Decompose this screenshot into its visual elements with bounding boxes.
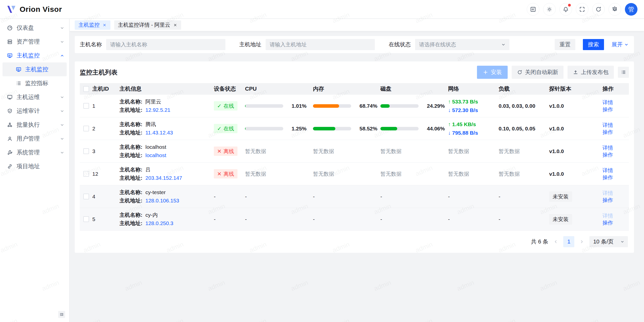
sidebar-item-label: 项目地址	[17, 162, 65, 170]
close-icon	[102, 23, 107, 27]
action-link[interactable]: 操作	[602, 106, 613, 112]
detail-link[interactable]: 详情	[602, 167, 613, 173]
reset-button[interactable]: 重置	[555, 39, 575, 50]
row-operations: 详情操作	[602, 99, 629, 113]
sidebar-item-6[interactable]: 用户管理	[0, 132, 69, 146]
page-1-button[interactable]: 1	[563, 236, 574, 247]
agent-version-badge: 未安装	[549, 191, 572, 202]
host-address-link[interactable]: 12.92.5.21	[145, 107, 170, 113]
host-address-link[interactable]: localhost	[145, 152, 166, 158]
network-empty: 暂无数据	[448, 148, 469, 154]
sidebar-item-4[interactable]: 运维审计	[0, 104, 69, 118]
row-checkbox[interactable]	[83, 171, 89, 177]
filter-actions: 重置 搜索 展开	[555, 39, 629, 50]
host-address-link[interactable]: 203.34.152.147	[145, 175, 182, 181]
sidebar-item-5[interactable]: 批量执行	[0, 118, 69, 132]
sidebar-item-label: 系统管理	[17, 149, 60, 156]
theme-toggle-button[interactable]	[543, 3, 556, 16]
detail-link[interactable]: 详情	[602, 145, 613, 151]
notifications-button[interactable]	[559, 3, 572, 16]
sidebar-item-7[interactable]: 系统管理	[0, 146, 69, 159]
settings-button[interactable]	[609, 3, 621, 16]
action-link[interactable]: 操作	[602, 197, 613, 203]
header-actions: 管	[527, 3, 637, 16]
page-size-select[interactable]: 10 条/页	[589, 236, 628, 247]
action-link[interactable]: 操作	[602, 152, 613, 158]
row-checkbox[interactable]	[83, 126, 89, 131]
host-info: 主机名称:吕主机地址:203.34.152.147	[119, 165, 214, 183]
sidebar-subitem-0[interactable]: 主机监控	[3, 62, 67, 76]
close-tab-icon[interactable]	[102, 23, 107, 27]
install-button[interactable]: 安装	[477, 66, 508, 79]
auto-refresh-button[interactable]: 关闭自动刷新	[512, 66, 564, 79]
prev-page-button[interactable]	[553, 239, 558, 244]
action-link[interactable]: 操作	[602, 174, 613, 180]
row-checkbox[interactable]	[83, 148, 89, 154]
load-average: 暂无数据	[499, 148, 549, 155]
host-info: 主机名称:腾讯主机地址:11.43.12.43	[119, 120, 214, 137]
tab-bar: 主机监控主机监控详情 - 阿里云	[70, 19, 644, 31]
filter-input-0[interactable]	[110, 42, 221, 48]
filter-input-1[interactable]	[270, 42, 371, 48]
code-editor-button[interactable]	[527, 3, 539, 16]
disk-usage-value: 44.06%	[427, 126, 445, 132]
tab-0[interactable]: 主机监控	[75, 20, 110, 30]
sidebar-item-2[interactable]: 主机监控	[0, 49, 69, 62]
column-settings-button[interactable]	[618, 67, 629, 78]
table-row: 4主机名称:cy-tester主机地址:128.0.106.153------未…	[80, 185, 629, 208]
upload-button[interactable]: 上传发布包	[568, 66, 614, 79]
upload-label: 上传发布包	[581, 68, 609, 76]
filter-field-label: 在线状态	[389, 41, 411, 48]
tab-1[interactable]: 主机监控详情 - 阿里云	[114, 20, 181, 30]
row-checkbox[interactable]	[83, 216, 89, 222]
user-avatar[interactable]: 管	[625, 3, 637, 16]
sidebar-subitem-1[interactable]: 监控指标	[3, 76, 67, 90]
status-badge: ✕离线	[214, 169, 237, 178]
column-header: CPU	[245, 86, 313, 92]
expand-toggle[interactable]: 展开	[612, 41, 629, 48]
sidebar-item-3[interactable]: 主机运维	[0, 90, 69, 104]
column-header: 负载	[499, 85, 549, 93]
fullscreen-button[interactable]	[576, 3, 588, 16]
next-page-button[interactable]	[579, 239, 585, 244]
host-name: cy-tester	[145, 189, 166, 195]
upload-icon	[573, 69, 578, 75]
close-tab-icon[interactable]	[173, 23, 177, 27]
host-address-link[interactable]: 128.0.106.153	[145, 198, 179, 204]
host-address-link[interactable]: 128.0.250.3	[145, 220, 173, 226]
memory-usage: 68.74%	[313, 103, 380, 109]
content-area: 主机名称主机地址在线状态请选择在线状态 重置 搜索 展开 监控主机列表 安装	[70, 31, 644, 322]
row-checkbox[interactable]	[83, 103, 89, 109]
chevron-up-icon	[60, 53, 65, 58]
auto-refresh-label: 关闭自动刷新	[525, 68, 558, 76]
chevron-down-icon	[501, 42, 506, 47]
status-label: 在线	[224, 102, 234, 110]
refresh-button[interactable]	[592, 3, 605, 16]
sidebar-item-8[interactable]: 项目地址	[0, 159, 69, 173]
network-empty: -	[448, 216, 450, 222]
row-checkbox[interactable]	[83, 194, 89, 199]
load-average: 0.03, 0.03, 0.00	[499, 103, 549, 109]
online-status-select[interactable]: 请选择在线状态	[415, 39, 509, 50]
sidebar-item-1[interactable]: 资产管理	[0, 35, 69, 49]
action-link[interactable]: 操作	[602, 129, 613, 135]
nodes-icon	[7, 122, 13, 128]
status-badge: ✓在线	[214, 101, 237, 111]
device-status: ✓在线	[214, 101, 245, 111]
network-up-value: ↑ 1.45 KB/s	[448, 120, 499, 129]
detail-link[interactable]: 详情	[602, 122, 613, 128]
action-link[interactable]: 操作	[602, 220, 613, 226]
monitor-wave-icon	[16, 66, 22, 73]
search-button[interactable]: 搜索	[583, 39, 604, 50]
chevron-down-icon	[60, 95, 65, 100]
host-id: 4	[92, 194, 119, 200]
select-all-checkbox[interactable]	[83, 86, 89, 92]
tab-label: 主机监控详情 - 阿里云	[118, 21, 170, 28]
host-address-link[interactable]: 11.43.12.43	[145, 130, 173, 136]
disk-usage-empty: -	[380, 194, 382, 199]
host-name: localhost	[145, 144, 166, 150]
sidebar-item-0[interactable]: 仪表盘	[0, 21, 69, 35]
sidebar-collapse-button[interactable]	[58, 311, 65, 318]
detail-link[interactable]: 详情	[602, 99, 613, 105]
host-name-label: 主机名称:	[119, 98, 142, 105]
